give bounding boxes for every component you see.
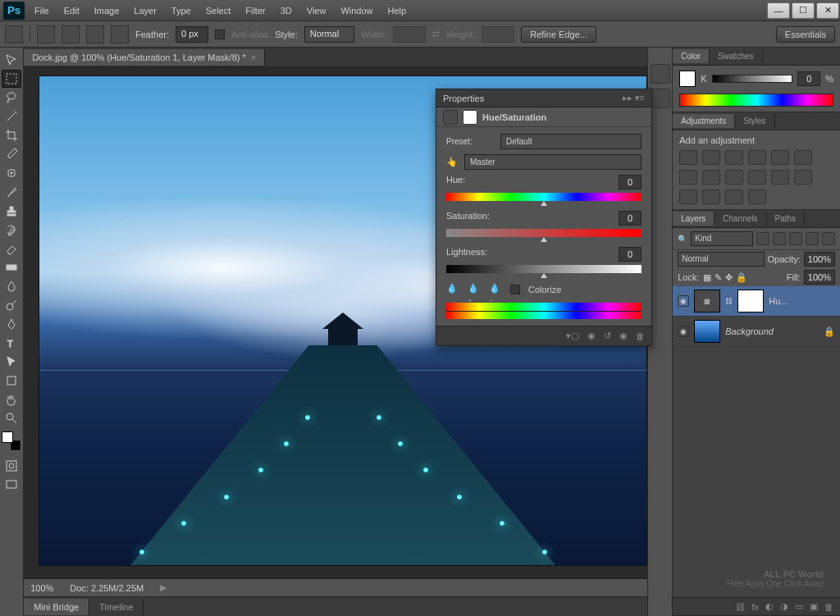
delete-adjustment-icon[interactable]: 🗑 xyxy=(636,331,645,341)
magic-wand-tool[interactable] xyxy=(2,107,21,125)
path-select-tool[interactable] xyxy=(2,353,21,371)
adj-channelmixer-icon[interactable] xyxy=(748,170,766,185)
adj-exposure-icon[interactable] xyxy=(748,150,766,165)
history-panel-icon[interactable] xyxy=(651,64,670,84)
adj-brightness-icon[interactable] xyxy=(679,150,697,165)
blend-mode-select[interactable]: Normal xyxy=(678,252,764,267)
document-tab-close[interactable]: × xyxy=(251,52,256,62)
close-button[interactable]: ✕ xyxy=(816,2,839,19)
pen-tool[interactable] xyxy=(2,315,21,333)
brush-tool[interactable] xyxy=(2,183,21,201)
mask-icon[interactable] xyxy=(463,110,477,125)
minimize-button[interactable]: — xyxy=(767,2,790,19)
lightness-slider[interactable] xyxy=(446,265,641,273)
hand-tool[interactable] xyxy=(2,390,21,408)
adj-threshold-icon[interactable] xyxy=(702,189,720,204)
saturation-slider[interactable] xyxy=(446,229,641,237)
filter-type-icon[interactable] xyxy=(789,232,802,245)
preset-select[interactable]: Default xyxy=(500,134,641,149)
lock-transparent-icon[interactable]: ▦ xyxy=(703,272,711,283)
menu-type[interactable]: Type xyxy=(165,2,198,19)
adj-bw-icon[interactable] xyxy=(702,170,720,185)
screen-mode-toggle[interactable] xyxy=(2,476,21,494)
quick-mask-toggle[interactable] xyxy=(2,457,21,475)
lock-all-icon[interactable]: 🔒 xyxy=(736,272,747,283)
tab-layers[interactable]: Layers xyxy=(673,212,714,226)
clip-to-layer-icon[interactable]: ▾▢ xyxy=(566,331,579,341)
history-brush-tool[interactable] xyxy=(2,221,21,239)
eyedropper-icon[interactable]: 💧 xyxy=(446,283,459,296)
fill-input[interactable]: 100% xyxy=(804,270,835,285)
actions-panel-icon[interactable] xyxy=(651,89,670,108)
adj-invert-icon[interactable] xyxy=(794,170,812,185)
selection-subtract-icon[interactable] xyxy=(86,25,104,43)
properties-tab[interactable]: Properties xyxy=(443,94,484,103)
lock-position-icon[interactable]: ✥ xyxy=(725,272,733,283)
lightness-input[interactable]: 0 xyxy=(619,247,641,262)
channel-select[interactable]: Master xyxy=(464,154,641,170)
layer-mask-icon[interactable]: ◐ xyxy=(765,601,774,612)
tab-styles[interactable]: Styles xyxy=(735,114,774,128)
toggle-visibility-icon[interactable]: ◉ xyxy=(619,331,628,341)
menu-select[interactable]: Select xyxy=(199,2,238,19)
layer-hue-saturation[interactable]: ◉ ▦ ⛓ Hu... xyxy=(673,286,840,317)
foreground-background-colors[interactable] xyxy=(2,431,21,451)
adj-vibrance-icon[interactable] xyxy=(771,150,789,165)
menu-help[interactable]: Help xyxy=(381,2,413,19)
filter-shape-icon[interactable] xyxy=(806,232,819,245)
menu-image[interactable]: Image xyxy=(88,2,126,19)
layer-visibility-icon[interactable]: ◉ xyxy=(678,326,689,337)
feather-input[interactable]: 0 px xyxy=(176,26,208,43)
adj-photofilter-icon[interactable] xyxy=(725,170,743,185)
targeted-adjust-icon[interactable]: 👆 xyxy=(446,157,459,167)
menu-view[interactable]: View xyxy=(300,2,333,19)
tab-mini-bridge[interactable]: Mini Bridge xyxy=(24,599,89,615)
eraser-tool[interactable] xyxy=(2,240,21,258)
link-layers-icon[interactable]: ⛓ xyxy=(736,602,745,612)
filter-smart-icon[interactable] xyxy=(822,232,835,245)
filter-adjust-icon[interactable] xyxy=(773,232,786,245)
hue-slider[interactable] xyxy=(446,193,641,201)
layer-visibility-icon[interactable]: ◉ xyxy=(678,295,689,307)
layer-fx-icon[interactable]: fx xyxy=(751,602,759,612)
saturation-input[interactable]: 0 xyxy=(619,211,641,226)
lasso-tool[interactable] xyxy=(2,89,21,107)
healing-tool[interactable] xyxy=(2,164,21,182)
selection-new-icon[interactable] xyxy=(37,25,55,43)
blur-tool[interactable] xyxy=(2,277,21,295)
adj-posterize-icon[interactable] xyxy=(679,189,697,204)
menu-3d[interactable]: 3D xyxy=(274,2,299,19)
adj-hue-icon[interactable] xyxy=(794,150,812,165)
layer-filter-select[interactable]: Kind xyxy=(691,231,753,246)
document-tab[interactable]: Dock.jpg @ 100% (Hue/Saturation 1, Layer… xyxy=(24,49,265,66)
refine-edge-button[interactable]: Refine Edge... xyxy=(521,26,596,43)
gradient-tool[interactable] xyxy=(2,258,21,276)
menu-file[interactable]: File xyxy=(28,2,56,19)
tab-paths[interactable]: Paths xyxy=(767,212,806,226)
adj-colorlookup-icon[interactable] xyxy=(771,170,789,185)
selection-intersect-icon[interactable] xyxy=(111,25,129,43)
tab-channels[interactable]: Channels xyxy=(714,212,766,226)
selection-add-icon[interactable] xyxy=(62,25,80,43)
color-foreground-swatch[interactable] xyxy=(679,71,696,87)
shape-tool[interactable] xyxy=(2,372,21,390)
foreground-color[interactable] xyxy=(2,431,13,443)
workspace-switcher[interactable]: Essentials xyxy=(776,26,835,43)
eyedropper-tool[interactable] xyxy=(2,145,21,163)
opacity-input[interactable]: 100% xyxy=(804,252,835,267)
eyedropper-add-icon[interactable]: 💧₊ xyxy=(468,283,481,296)
new-layer-icon[interactable]: ▣ xyxy=(810,601,818,612)
maximize-button[interactable]: ☐ xyxy=(792,2,815,19)
adj-curves-icon[interactable] xyxy=(725,150,743,165)
layer-background[interactable]: ◉ Background 🔒 xyxy=(673,317,840,347)
zoom-level[interactable]: 100% xyxy=(30,583,53,593)
marquee-tool[interactable] xyxy=(2,70,21,88)
color-spectrum[interactable] xyxy=(679,94,833,107)
dodge-tool[interactable] xyxy=(2,296,21,314)
adj-gradientmap-icon[interactable] xyxy=(725,189,743,204)
new-adjustment-icon[interactable]: ◑ xyxy=(780,601,788,612)
marquee-tool-icon[interactable] xyxy=(5,25,23,43)
stamp-tool[interactable] xyxy=(2,202,21,220)
filter-pixel-icon[interactable] xyxy=(756,232,769,245)
k-slider[interactable] xyxy=(712,75,793,83)
